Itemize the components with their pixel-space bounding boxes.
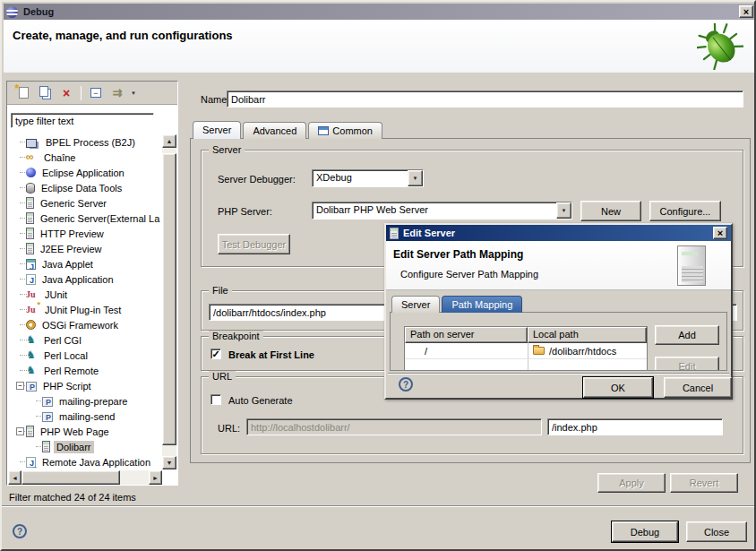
tree-item-perl-local[interactable]: Perl Local	[8, 348, 162, 363]
breakpoint-group-title: Breakpoint	[209, 331, 263, 341]
tree-item-label: mailing-prepare	[56, 395, 130, 408]
perl-icon	[26, 365, 38, 376]
auto-generate-checkbox[interactable]	[210, 394, 221, 405]
tree-item-j2ee-preview[interactable]: J2EE Preview	[8, 241, 162, 256]
tree-item-mailing-send[interactable]: mailing-send	[8, 409, 162, 424]
tree-item-eclipse-data-tools[interactable]: Eclipse Data Tools	[8, 180, 162, 195]
server-icon	[26, 426, 34, 437]
tree-item-remote-java-application[interactable]: Remote Java Application	[8, 454, 162, 469]
tab-common[interactable]: Common	[308, 122, 382, 139]
server-debugger-combo[interactable]: XDebug ▼	[312, 169, 424, 187]
edit-server-titlebar[interactable]: Edit Server ×	[386, 225, 731, 241]
table-row[interactable]: / /dolibarr/htdocs	[405, 343, 647, 358]
tree-collapse-icon[interactable]: −	[16, 382, 24, 390]
tree-item-generic-server-external-la[interactable]: Generic Server(External La	[8, 211, 162, 226]
database-icon	[26, 183, 35, 194]
window-titlebar[interactable]: Debug ×	[4, 4, 756, 20]
dialog-help-icon[interactable]: ?	[399, 377, 413, 392]
configure-server-button[interactable]: Configure...	[649, 201, 721, 221]
local-path-cell: /dolibarr/htdocs	[528, 343, 647, 358]
tree-item-label: JUnit	[42, 288, 70, 301]
tree-item-eclipse-application[interactable]: Eclipse Application	[8, 165, 162, 180]
tree-item-label: Eclipse Data Tools	[39, 182, 125, 194]
config-tree-panel: × − ⇉ ▼ BPEL Process (B2J)ChaîneEclipse …	[6, 81, 178, 486]
php-server-combo[interactable]: Dolibarr PHP Web Server ▼	[312, 202, 572, 220]
tree-item-dolibarr[interactable]: Dolibarr	[8, 439, 162, 454]
tree-item-label: J2EE Preview	[38, 243, 104, 255]
help-icon[interactable]: ?	[13, 524, 27, 538]
tree-item-osgi-framework[interactable]: OSGi Framework	[8, 317, 162, 332]
tree-item-http-preview[interactable]: HTTP Preview	[8, 226, 162, 241]
path-mapping-panel: Path on server Local path / /dolibarr/ht…	[390, 312, 727, 371]
close-window-icon[interactable]: ×	[739, 5, 753, 18]
column-path-on-server[interactable]: Path on server	[405, 327, 528, 343]
filter-launch-icon[interactable]: ⇉	[107, 84, 128, 102]
close-button[interactable]: Close	[686, 521, 747, 542]
tree-item-perl-remote[interactable]: Perl Remote	[8, 363, 162, 378]
tree-scroll-up-icon[interactable]: ▲	[162, 134, 176, 148]
toolbar-menu-chevron-icon[interactable]: ▼	[128, 84, 139, 102]
tree-vscroll-thumb[interactable]	[162, 153, 176, 445]
tree-item-cha-ne[interactable]: Chaîne	[8, 150, 162, 165]
url-path-input[interactable]	[548, 419, 722, 435]
tree-item-perl-cgi[interactable]: Perl CGI	[8, 332, 162, 348]
tree-item-label: Perl Local	[41, 349, 90, 362]
type-filter-input[interactable]	[12, 114, 153, 127]
tree-item-label: PHP Web Page	[38, 426, 112, 438]
tree-scroll-left-icon[interactable]: ◄	[8, 470, 21, 485]
new-server-button[interactable]: New	[580, 201, 641, 221]
new-configuration-icon[interactable]	[13, 84, 34, 102]
tree-item-php-script[interactable]: −PHP Script	[8, 378, 162, 393]
filter-row	[7, 107, 177, 133]
name-field-wrap	[227, 90, 743, 108]
php-server-value: Dolibarr PHP Web Server	[313, 202, 556, 219]
duplicate-configuration-icon[interactable]	[34, 84, 56, 102]
tree-item-bpel-process-b2j-[interactable]: BPEL Process (B2J)	[8, 134, 162, 150]
debug-button[interactable]: Debug	[612, 521, 678, 542]
eclipse-icon	[6, 6, 18, 18]
server-icon	[42, 441, 50, 452]
bug-icon	[697, 23, 743, 70]
apply-button[interactable]: Apply	[597, 473, 666, 493]
tree-item-label: Generic Server	[38, 197, 109, 210]
tab-server[interactable]: Server	[193, 121, 241, 139]
close-dialog-icon[interactable]: ×	[713, 227, 727, 239]
tree-item-mailing-prepare[interactable]: mailing-prepare	[8, 393, 162, 409]
php-server-label: PHP Server:	[218, 206, 272, 217]
eclipse-app-icon	[26, 168, 36, 177]
add-mapping-button[interactable]: Add	[655, 325, 719, 345]
tree-item-label: mailing-send	[56, 410, 117, 423]
test-debugger-button[interactable]: Test Debugger	[218, 234, 290, 254]
chevron-down-icon[interactable]: ▼	[408, 170, 423, 186]
column-local-path[interactable]: Local path	[528, 327, 647, 343]
tree-scroll-down-icon[interactable]: ▼	[162, 456, 176, 469]
ok-button[interactable]: OK	[583, 377, 653, 398]
tree-hscroll-thumb[interactable]	[21, 470, 120, 485]
tree-item-php-web-page[interactable]: −PHP Web Page	[8, 424, 162, 439]
delete-configuration-icon[interactable]: ×	[56, 84, 77, 102]
name-input[interactable]	[228, 91, 743, 107]
tree-scroll-right-icon[interactable]: ►	[149, 470, 162, 485]
config-tree: BPEL Process (B2J)ChaîneEclipse Applicat…	[8, 134, 162, 470]
bpel-icon	[26, 139, 37, 148]
tree-collapse-icon[interactable]: −	[16, 427, 24, 435]
tree-item-junit-plug-in-test[interactable]: JUnit Plug-in Test	[8, 302, 162, 317]
dialog-tab-server[interactable]: Server	[391, 296, 440, 313]
tab-advanced[interactable]: Advanced	[243, 122, 306, 139]
cancel-button[interactable]: Cancel	[664, 377, 732, 398]
chevron-down-icon[interactable]: ▼	[556, 202, 571, 219]
revert-button[interactable]: Revert	[670, 473, 738, 493]
name-label: Name:	[201, 94, 229, 105]
dialog-tab-path-mapping[interactable]: Path Mapping	[442, 296, 522, 313]
tree-item-label: Chaîne	[41, 151, 78, 164]
tree-item-junit[interactable]: JUnit	[8, 287, 162, 302]
tree-item-java-application[interactable]: Java Application	[8, 271, 162, 287]
auto-generate-label: Auto Generate	[228, 395, 293, 406]
tree-item-java-applet[interactable]: Java Applet	[8, 256, 162, 271]
tree-item-generic-server[interactable]: Generic Server	[8, 195, 162, 211]
dialog-banner: Create, manage, and run configurations	[4, 20, 756, 73]
collapse-all-icon[interactable]: −	[85, 84, 107, 102]
server-tower-icon	[677, 245, 706, 286]
break-first-line-checkbox[interactable]: ✓	[210, 349, 221, 359]
edit-mapping-button[interactable]: Edit	[655, 357, 719, 371]
